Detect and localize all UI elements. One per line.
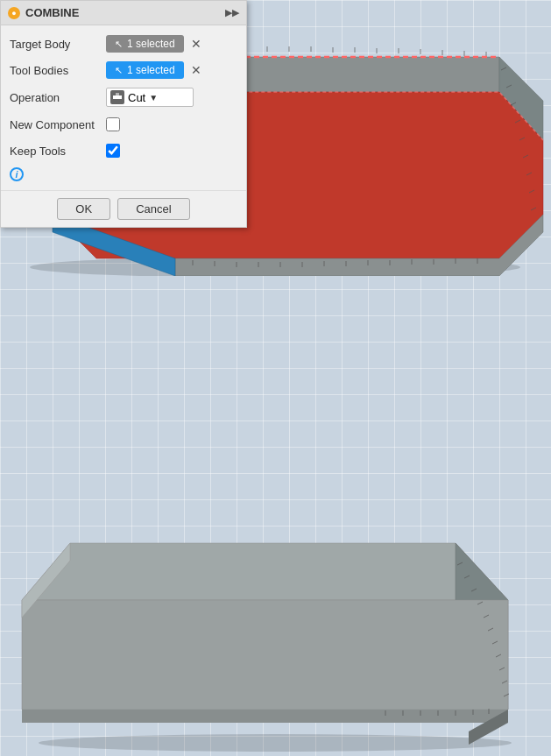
target-body-control: ↖ 1 selected ✕	[106, 35, 237, 53]
operation-value: Cut	[128, 91, 145, 104]
new-component-checkbox[interactable]	[106, 117, 120, 131]
svg-marker-57	[22, 710, 508, 723]
operation-control: Cut ▼	[106, 88, 237, 107]
target-body-label: Target Body	[10, 38, 106, 51]
expand-icon[interactable]: ▶▶	[225, 7, 239, 18]
keep-tools-label: Keep Tools	[10, 145, 106, 158]
new-component-control	[106, 117, 237, 131]
combine-dialog: ● COMBINE ▶▶ Target Body ↖ 1 selected ✕ …	[0, 0, 247, 228]
operation-dropdown[interactable]: Cut ▼	[106, 88, 194, 107]
dropdown-arrow-icon: ▼	[149, 93, 158, 102]
cursor-icon-2: ↖	[115, 65, 123, 76]
svg-marker-53	[22, 543, 508, 600]
cursor-icon: ↖	[115, 39, 123, 50]
lid-model	[0, 473, 551, 753]
info-row: i	[10, 164, 237, 185]
tool-bodies-row: Tool Bodies ↖ 1 selected ✕	[10, 57, 237, 83]
svg-marker-55	[22, 600, 508, 710]
info-icon: i	[10, 167, 24, 181]
operation-icon	[110, 90, 124, 104]
target-body-value: 1 selected	[127, 38, 175, 50]
target-body-row: Target Body ↖ 1 selected ✕	[10, 31, 237, 57]
keep-tools-checkbox[interactable]	[106, 144, 120, 158]
new-component-label: New Component	[10, 118, 106, 131]
tool-bodies-selected-btn[interactable]: ↖ 1 selected	[106, 61, 184, 79]
svg-point-50	[39, 734, 512, 752]
dialog-footer: OK Cancel	[1, 190, 246, 227]
keep-tools-control	[106, 144, 237, 158]
operation-label: Operation	[10, 91, 106, 104]
ok-button[interactable]: OK	[57, 198, 110, 220]
target-body-selected-btn[interactable]: ↖ 1 selected	[106, 35, 184, 53]
tool-bodies-clear-btn[interactable]: ✕	[187, 62, 205, 78]
tool-bodies-label: Tool Bodies	[10, 64, 106, 77]
cancel-button[interactable]: Cancel	[117, 198, 189, 220]
dialog-titlebar: ● COMBINE ▶▶	[1, 1, 246, 25]
tool-bodies-control: ↖ 1 selected ✕	[106, 61, 237, 79]
title-left: ● COMBINE	[8, 6, 79, 19]
keep-tools-row: Keep Tools	[10, 138, 237, 164]
new-component-row: New Component	[10, 111, 237, 138]
tool-bodies-value: 1 selected	[127, 64, 175, 76]
combine-icon: ●	[8, 7, 20, 19]
dialog-title: COMBINE	[25, 6, 79, 19]
target-body-clear-btn[interactable]: ✕	[187, 36, 205, 52]
svg-rect-1	[116, 93, 119, 96]
operation-row: Operation Cut ▼	[10, 83, 237, 111]
dialog-body: Target Body ↖ 1 selected ✕ Tool Bodies ↖…	[1, 25, 246, 190]
